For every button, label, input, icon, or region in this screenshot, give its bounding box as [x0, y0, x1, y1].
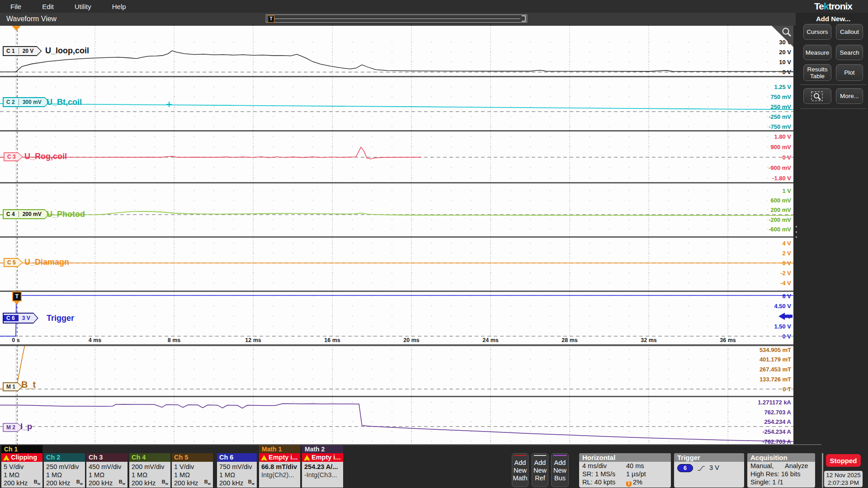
- math-label-m1: B_t: [21, 380, 36, 390]
- math-handle-m1[interactable]: M 1: [3, 382, 23, 391]
- handle-name: M 1: [4, 384, 22, 390]
- axis-label-c4: 600 mV: [770, 197, 791, 204]
- axis-label-c6: 1.50 V: [774, 323, 791, 330]
- plot-button[interactable]: Plot: [836, 64, 863, 81]
- axis-label-c1: 0 V: [782, 69, 791, 75]
- channel-handle-c3[interactable]: C 3: [4, 152, 23, 161]
- channel-handle-c5[interactable]: C 5: [4, 258, 23, 267]
- bandwidth-limit-icon: Bw: [162, 479, 168, 486]
- axis-label-c5: 4 V: [782, 240, 791, 247]
- bandwidth-limit-icon: Bw: [34, 479, 40, 486]
- add-new-bus-button[interactable]: AddNewBus: [551, 453, 569, 487]
- handle-scale: 3 V: [19, 315, 38, 321]
- bandwidth-limit-icon: Bw: [76, 479, 83, 486]
- menu-edit[interactable]: Edit: [32, 3, 64, 10]
- math-handle-m2[interactable]: M 2: [3, 423, 23, 432]
- sidebar-separator: [800, 108, 866, 109]
- ch1-tab[interactable]: Ch 1: [1, 445, 42, 453]
- minimap-trigger-icon[interactable]: T: [268, 15, 274, 23]
- bandwidth-limit-icon: Bw: [248, 479, 255, 486]
- axis-label-c5: -4 V: [780, 280, 791, 286]
- zoom-mode-button[interactable]: [803, 88, 831, 104]
- add-new-math-button[interactable]: AddNewMath: [512, 453, 528, 487]
- handle-name: C 2: [4, 99, 19, 105]
- minimap-record-line: [274, 19, 520, 19]
- axis-label-m2: 254.234 A: [764, 418, 791, 425]
- handle-scale: 300 mV: [19, 99, 49, 105]
- rising-edge-icon: [697, 465, 706, 472]
- time-axis-label: 28 ms: [561, 337, 577, 343]
- channel-badge-ch3[interactable]: Ch 3 450 mV/div 1 MΩ 200 kHz Bw: [86, 453, 127, 488]
- math-badge-math2[interactable]: !Empty i... 254.23 A/... -Intg(Ch3...: [302, 453, 343, 488]
- sidebar-separator: [800, 84, 866, 85]
- channel-label-c6: Trigger: [47, 314, 74, 323]
- minimap-right-handle-icon[interactable]: [522, 15, 526, 22]
- menu-help[interactable]: Help: [102, 3, 137, 10]
- cursors-button[interactable]: Cursors: [803, 24, 831, 40]
- acquisition-panel[interactable]: Acquisition Manual,Analyze High Res: 16 …: [747, 453, 815, 488]
- callout-button[interactable]: Callout: [836, 24, 863, 40]
- bandwidth-limit-icon: Bw: [204, 479, 211, 486]
- axis-label-c6: 6 V: [782, 293, 791, 300]
- channel-handle-c2[interactable]: C 2 300 mV: [3, 97, 50, 107]
- handle-scale: 20 V: [19, 48, 41, 54]
- time-axis-label: 4 ms: [89, 337, 102, 343]
- trigger-level-marker-arrow-icon: [14, 301, 19, 305]
- trigger-position-marker-icon[interactable]: [12, 26, 21, 31]
- time-axis-label: 12 ms: [245, 337, 261, 343]
- channel-badge-ch1[interactable]: !Clipping 5 V/div 1 MΩ 200 kHz Bw: [1, 453, 42, 488]
- channel-label-c3: U_Rog,coil: [24, 152, 67, 161]
- horizontal-panel[interactable]: Horizontal 4 ms/div40 ms SR: 1 MS/s1 µs/…: [579, 453, 671, 488]
- channel-label-c4: U_Photod: [47, 210, 85, 219]
- axis-label-c3: -900 mV: [769, 164, 791, 171]
- axis-label-c1: 20 V: [779, 49, 791, 56]
- axis-label-c2: -250 mV: [769, 113, 791, 120]
- bandwidth-limit-icon: Bw: [119, 479, 125, 486]
- horizontal-pan-minimap[interactable]: T: [266, 14, 527, 23]
- search-button[interactable]: Search: [836, 45, 863, 60]
- measure-button[interactable]: Measure: [803, 45, 831, 60]
- ref-color-line: [534, 455, 546, 456]
- menu-file[interactable]: File: [0, 3, 32, 10]
- math-badge-math1[interactable]: !Empty i... 66.8 mT/div Intg(Ch2)...: [259, 453, 300, 488]
- datetime-badge: 12 Nov 2025 2:07:23 PM: [824, 471, 863, 487]
- axis-label-c4: 1 V: [782, 188, 791, 194]
- waveform-plot[interactable]: 30 V20 V10 V0 V1.25 V750 mV250 mV-250 mV…: [0, 26, 793, 445]
- math2-tab[interactable]: Math 2: [302, 445, 343, 453]
- channel-badge-ch2[interactable]: Ch 2 250 mV/div 1 MΩ 200 kHz Bw: [44, 453, 85, 488]
- axis-label-c3: 1.80 V: [774, 133, 791, 140]
- math-label-m2: I_p: [20, 422, 32, 432]
- handle-name: C 6: [4, 315, 19, 321]
- axis-label-m1: 534.905 mT: [760, 347, 791, 353]
- axis-label-m1: 401.179 mT: [760, 356, 791, 363]
- zoom-magnifier-icon: [811, 91, 824, 102]
- axis-label-c5: 0 V: [782, 260, 791, 267]
- axis-label-m1: 0 T: [783, 386, 791, 393]
- trigger-panel[interactable]: Trigger 6 3 V: [674, 453, 744, 488]
- time-axis-label: 8 ms: [168, 337, 181, 343]
- channel-handle-c6[interactable]: C 6 3 V: [3, 313, 38, 324]
- results-table-button[interactable]: Results Table: [803, 64, 831, 81]
- warning-icon: !: [3, 455, 9, 460]
- channel-badge-ch4[interactable]: Ch 4 200 mV/div 1 MΩ 200 kHz Bw: [129, 453, 170, 488]
- trigger-level-marker-icon[interactable]: T: [12, 291, 22, 301]
- axis-label-c2: 1.25 V: [774, 84, 791, 90]
- channel-badge-ch5[interactable]: Ch 5 1 V/div 1 MΩ 200 kHz Bw: [172, 453, 213, 488]
- run-stop-status-button[interactable]: Stopped: [826, 454, 861, 467]
- add-new-ref-button[interactable]: AddNewRef: [532, 453, 548, 487]
- math1-tab[interactable]: Math 1: [259, 445, 300, 453]
- axis-label-c1: 10 V: [779, 59, 791, 66]
- menu-utility[interactable]: Utility: [64, 3, 102, 10]
- axis-label-c5: -2 V: [780, 270, 791, 277]
- axis-label-m2: 1.271172 kA: [758, 399, 791, 406]
- axis-label-m2: -254.234 A: [762, 428, 791, 435]
- more-button[interactable]: More...: [836, 88, 863, 104]
- date-text: 12 Nov 2025: [824, 471, 863, 479]
- handle-scale: 200 mV: [19, 211, 49, 217]
- time-text: 2:07:23 PM: [824, 479, 863, 487]
- axis-label-c2: 750 mV: [770, 94, 791, 100]
- channel-handle-c4[interactable]: C 4 200 mV: [3, 209, 50, 219]
- channel-handle-c1[interactable]: C 1 20 V: [3, 46, 42, 56]
- panel-splitter-grip-icon[interactable]: [794, 226, 798, 238]
- channel-badge-ch6[interactable]: Ch 6 750 mV/div 1 MΩ 200 kHz Bw: [217, 453, 257, 488]
